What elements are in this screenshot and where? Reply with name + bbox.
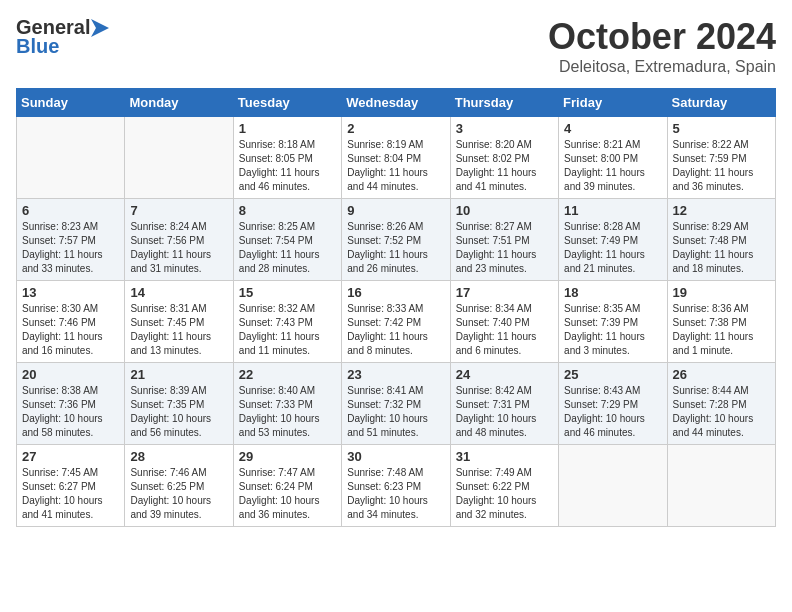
day-number: 5 — [673, 121, 770, 136]
day-number: 2 — [347, 121, 444, 136]
day-number: 30 — [347, 449, 444, 464]
day-number: 17 — [456, 285, 553, 300]
title-area: October 2024 Deleitosa, Extremadura, Spa… — [548, 16, 776, 76]
day-number: 3 — [456, 121, 553, 136]
cell-content: Sunrise: 8:27 AMSunset: 7:51 PMDaylight:… — [456, 220, 553, 276]
calendar-cell — [17, 117, 125, 199]
calendar-cell: 31Sunrise: 7:49 AMSunset: 6:22 PMDayligh… — [450, 445, 558, 527]
cell-content: Sunrise: 8:41 AMSunset: 7:32 PMDaylight:… — [347, 384, 444, 440]
calendar-cell: 28Sunrise: 7:46 AMSunset: 6:25 PMDayligh… — [125, 445, 233, 527]
calendar-cell: 27Sunrise: 7:45 AMSunset: 6:27 PMDayligh… — [17, 445, 125, 527]
calendar-cell: 7Sunrise: 8:24 AMSunset: 7:56 PMDaylight… — [125, 199, 233, 281]
calendar-cell — [559, 445, 667, 527]
logo-blue: Blue — [16, 35, 59, 58]
calendar-cell — [667, 445, 775, 527]
calendar-cell: 9Sunrise: 8:26 AMSunset: 7:52 PMDaylight… — [342, 199, 450, 281]
calendar-table: SundayMondayTuesdayWednesdayThursdayFrid… — [16, 88, 776, 527]
cell-content: Sunrise: 7:49 AMSunset: 6:22 PMDaylight:… — [456, 466, 553, 522]
calendar-cell: 21Sunrise: 8:39 AMSunset: 7:35 PMDayligh… — [125, 363, 233, 445]
cell-content: Sunrise: 8:36 AMSunset: 7:38 PMDaylight:… — [673, 302, 770, 358]
calendar-cell: 6Sunrise: 8:23 AMSunset: 7:57 PMDaylight… — [17, 199, 125, 281]
cell-content: Sunrise: 8:43 AMSunset: 7:29 PMDaylight:… — [564, 384, 661, 440]
cell-content: Sunrise: 8:42 AMSunset: 7:31 PMDaylight:… — [456, 384, 553, 440]
cell-content: Sunrise: 7:45 AMSunset: 6:27 PMDaylight:… — [22, 466, 119, 522]
calendar-cell: 16Sunrise: 8:33 AMSunset: 7:42 PMDayligh… — [342, 281, 450, 363]
calendar-week-row: 6Sunrise: 8:23 AMSunset: 7:57 PMDaylight… — [17, 199, 776, 281]
day-number: 19 — [673, 285, 770, 300]
cell-content: Sunrise: 8:21 AMSunset: 8:00 PMDaylight:… — [564, 138, 661, 194]
cell-content: Sunrise: 8:31 AMSunset: 7:45 PMDaylight:… — [130, 302, 227, 358]
calendar-cell: 14Sunrise: 8:31 AMSunset: 7:45 PMDayligh… — [125, 281, 233, 363]
day-number: 16 — [347, 285, 444, 300]
day-number: 26 — [673, 367, 770, 382]
calendar-cell — [125, 117, 233, 199]
calendar-cell: 24Sunrise: 8:42 AMSunset: 7:31 PMDayligh… — [450, 363, 558, 445]
calendar-cell: 5Sunrise: 8:22 AMSunset: 7:59 PMDaylight… — [667, 117, 775, 199]
day-number: 20 — [22, 367, 119, 382]
header: General Blue October 2024 Deleitosa, Ext… — [16, 16, 776, 76]
cell-content: Sunrise: 8:29 AMSunset: 7:48 PMDaylight:… — [673, 220, 770, 276]
day-number: 14 — [130, 285, 227, 300]
cell-content: Sunrise: 7:48 AMSunset: 6:23 PMDaylight:… — [347, 466, 444, 522]
location-title: Deleitosa, Extremadura, Spain — [548, 58, 776, 76]
cell-content: Sunrise: 8:28 AMSunset: 7:49 PMDaylight:… — [564, 220, 661, 276]
day-number: 21 — [130, 367, 227, 382]
calendar-cell: 2Sunrise: 8:19 AMSunset: 8:04 PMDaylight… — [342, 117, 450, 199]
day-number: 18 — [564, 285, 661, 300]
day-number: 28 — [130, 449, 227, 464]
cell-content: Sunrise: 8:39 AMSunset: 7:35 PMDaylight:… — [130, 384, 227, 440]
cell-content: Sunrise: 8:30 AMSunset: 7:46 PMDaylight:… — [22, 302, 119, 358]
day-number: 11 — [564, 203, 661, 218]
cell-content: Sunrise: 8:24 AMSunset: 7:56 PMDaylight:… — [130, 220, 227, 276]
calendar-week-row: 27Sunrise: 7:45 AMSunset: 6:27 PMDayligh… — [17, 445, 776, 527]
calendar-cell: 3Sunrise: 8:20 AMSunset: 8:02 PMDaylight… — [450, 117, 558, 199]
cell-content: Sunrise: 8:23 AMSunset: 7:57 PMDaylight:… — [22, 220, 119, 276]
calendar-cell: 25Sunrise: 8:43 AMSunset: 7:29 PMDayligh… — [559, 363, 667, 445]
cell-content: Sunrise: 8:20 AMSunset: 8:02 PMDaylight:… — [456, 138, 553, 194]
calendar-cell: 30Sunrise: 7:48 AMSunset: 6:23 PMDayligh… — [342, 445, 450, 527]
calendar-header-sunday: Sunday — [17, 89, 125, 117]
calendar-cell: 12Sunrise: 8:29 AMSunset: 7:48 PMDayligh… — [667, 199, 775, 281]
calendar-cell: 29Sunrise: 7:47 AMSunset: 6:24 PMDayligh… — [233, 445, 341, 527]
day-number: 12 — [673, 203, 770, 218]
calendar-cell: 4Sunrise: 8:21 AMSunset: 8:00 PMDaylight… — [559, 117, 667, 199]
cell-content: Sunrise: 8:44 AMSunset: 7:28 PMDaylight:… — [673, 384, 770, 440]
logo: General Blue — [16, 16, 110, 58]
calendar-cell: 22Sunrise: 8:40 AMSunset: 7:33 PMDayligh… — [233, 363, 341, 445]
calendar-header-monday: Monday — [125, 89, 233, 117]
day-number: 7 — [130, 203, 227, 218]
day-number: 22 — [239, 367, 336, 382]
cell-content: Sunrise: 7:46 AMSunset: 6:25 PMDaylight:… — [130, 466, 227, 522]
calendar-cell: 1Sunrise: 8:18 AMSunset: 8:05 PMDaylight… — [233, 117, 341, 199]
day-number: 29 — [239, 449, 336, 464]
day-number: 10 — [456, 203, 553, 218]
cell-content: Sunrise: 8:33 AMSunset: 7:42 PMDaylight:… — [347, 302, 444, 358]
cell-content: Sunrise: 8:34 AMSunset: 7:40 PMDaylight:… — [456, 302, 553, 358]
calendar-cell: 17Sunrise: 8:34 AMSunset: 7:40 PMDayligh… — [450, 281, 558, 363]
calendar-week-row: 13Sunrise: 8:30 AMSunset: 7:46 PMDayligh… — [17, 281, 776, 363]
calendar-cell: 8Sunrise: 8:25 AMSunset: 7:54 PMDaylight… — [233, 199, 341, 281]
cell-content: Sunrise: 8:22 AMSunset: 7:59 PMDaylight:… — [673, 138, 770, 194]
logo-arrow-icon — [91, 19, 109, 37]
cell-content: Sunrise: 8:26 AMSunset: 7:52 PMDaylight:… — [347, 220, 444, 276]
calendar-header-thursday: Thursday — [450, 89, 558, 117]
calendar-cell: 23Sunrise: 8:41 AMSunset: 7:32 PMDayligh… — [342, 363, 450, 445]
calendar-cell: 11Sunrise: 8:28 AMSunset: 7:49 PMDayligh… — [559, 199, 667, 281]
day-number: 27 — [22, 449, 119, 464]
day-number: 24 — [456, 367, 553, 382]
day-number: 15 — [239, 285, 336, 300]
month-title: October 2024 — [548, 16, 776, 58]
calendar-header-row: SundayMondayTuesdayWednesdayThursdayFrid… — [17, 89, 776, 117]
day-number: 31 — [456, 449, 553, 464]
cell-content: Sunrise: 8:25 AMSunset: 7:54 PMDaylight:… — [239, 220, 336, 276]
calendar-cell: 26Sunrise: 8:44 AMSunset: 7:28 PMDayligh… — [667, 363, 775, 445]
day-number: 9 — [347, 203, 444, 218]
day-number: 4 — [564, 121, 661, 136]
calendar-cell: 19Sunrise: 8:36 AMSunset: 7:38 PMDayligh… — [667, 281, 775, 363]
cell-content: Sunrise: 8:38 AMSunset: 7:36 PMDaylight:… — [22, 384, 119, 440]
cell-content: Sunrise: 8:40 AMSunset: 7:33 PMDaylight:… — [239, 384, 336, 440]
svg-marker-0 — [91, 19, 109, 37]
calendar-header-saturday: Saturday — [667, 89, 775, 117]
calendar-cell: 20Sunrise: 8:38 AMSunset: 7:36 PMDayligh… — [17, 363, 125, 445]
day-number: 25 — [564, 367, 661, 382]
